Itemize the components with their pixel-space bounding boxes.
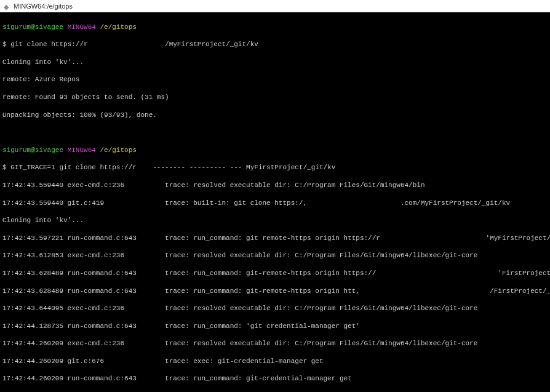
output-line: Cloning into 'kv'... (2, 58, 548, 66)
terminal-output[interactable]: sigurum@sivagee MINGW64 /e/gitops $ git … (0, 12, 550, 392)
prompt-dollar: $ (2, 164, 7, 171)
trace-line: 17:42:43.628489 run-command.c:643 trace:… (2, 269, 548, 278)
prompt-path: /e/gitops (100, 23, 136, 31)
output-line: remote: Azure Repos (2, 75, 548, 84)
prompt-path: /e/gitops (100, 146, 136, 154)
output-line: Unpacking objects: 100% (93/93), done. (2, 111, 548, 119)
mingw-icon (4, 2, 11, 10)
prompt-user-host: sigurum@sivagee (2, 23, 63, 31)
trace-line: 17:42:43.559440 exec-cmd.c:236 trace: re… (2, 181, 548, 190)
trace-line: 17:42:43.559440 git.c:419 trace: built-i… (2, 199, 548, 207)
window-title-bar[interactable]: MINGW64:/e/gitops (0, 0, 550, 12)
prompt-env: MINGW64 (68, 146, 96, 154)
output-line: remote: Found 93 objects to send. (31 ms… (2, 93, 548, 102)
output-line: Cloning into 'kv'... (2, 216, 548, 225)
trace-line: 17:42:44.260209 run-command.c:643 trace:… (2, 374, 548, 383)
trace-line: 17:42:44.128735 run-command.c:643 trace:… (2, 322, 548, 330)
trace-line: 17:42:44.260209 exec-cmd.c:236 trace: re… (2, 339, 548, 348)
trace-line: 17:42:43.597221 run-command.c:643 trace:… (2, 234, 548, 242)
window-title: MINGW64:/e/gitops (14, 2, 73, 10)
prompt-env: MINGW64 (68, 23, 96, 31)
command-line: git clone https://r /MyFirstProject/_git… (7, 41, 258, 48)
trace-line: 17:42:44.260209 git.c:676 trace: exec: g… (2, 357, 548, 366)
prompt-user-host: sigurum@sivagee (2, 146, 63, 154)
prompt-dollar: $ (2, 41, 7, 48)
trace-line: 17:42:43.644095 exec-cmd.c:236 trace: re… (2, 304, 548, 313)
trace-line: 17:42:43.628489 run-command.c:643 trace:… (2, 287, 548, 295)
command-line: GIT_TRACE=1 git clone https://r --------… (7, 164, 336, 171)
trace-line: 17:42:43.612853 exec-cmd.c:236 trace: re… (2, 251, 548, 260)
